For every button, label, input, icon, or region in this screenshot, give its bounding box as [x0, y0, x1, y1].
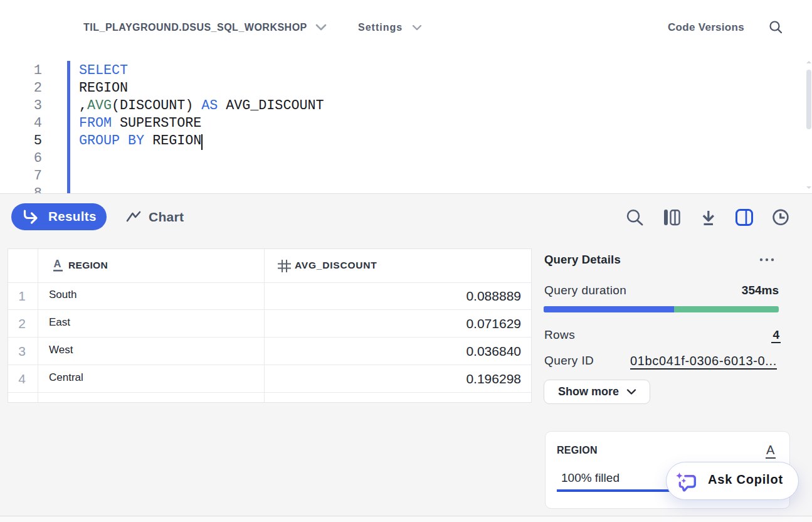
svg-text:A: A: [54, 258, 61, 269]
